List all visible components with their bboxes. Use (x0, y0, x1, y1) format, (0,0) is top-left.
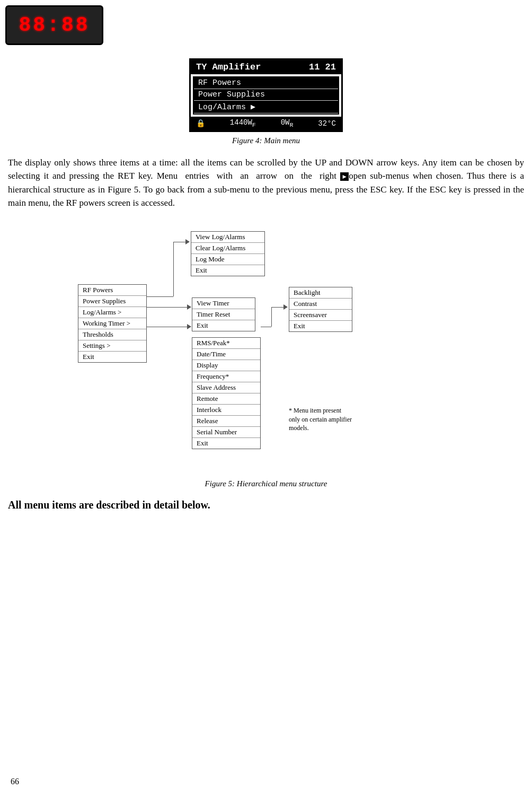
menu-item-rf-powers: RF Powers (194, 77, 338, 89)
arrow-log (185, 239, 190, 244)
log-clear: Clear Log/Alarms (191, 243, 264, 254)
main-menu-settings: Settings > (78, 340, 146, 352)
lock-icon: 🔒 (196, 119, 205, 128)
main-content: TY Amplifier 11 21 RF Powers Power Suppl… (5, 53, 527, 519)
all-menu-text: All menu items are described in detail b… (5, 499, 527, 511)
figure4-caption: Figure 4: Main menu (232, 136, 300, 145)
figure5-caption: Figure 5: Hierarchical menu structure (205, 479, 327, 488)
menu-item-log-alarms: Log/Alarms (194, 101, 338, 113)
display-contrast: Contrast (289, 299, 352, 310)
main-menu-working-timer: Working Timer > (78, 318, 146, 329)
settings-remote: Remote (192, 393, 260, 405)
main-menu-thresholds: Thresholds (78, 329, 146, 340)
body-text: The display only shows three items at a … (5, 156, 527, 210)
figure5-container: RF Powers Power Supplies Log/Alarms > Wo… (5, 221, 527, 488)
footer-watts-r: 0WR (281, 118, 294, 129)
display-screensaver: Screensaver (289, 310, 352, 321)
main-menu-rf-powers: RF Powers (78, 285, 146, 296)
settings-datetime: Date/Time (192, 349, 260, 360)
connector-main-timer-h (147, 307, 191, 308)
main-menu-exit: Exit (78, 352, 146, 362)
log-alarms-menu-box: View Log/Alarms Clear Log/Alarms Log Mod… (191, 231, 265, 276)
connector-main-settings-h (147, 327, 191, 327)
settings-interlock: Interlock (192, 405, 260, 416)
timer-reset: Timer Reset (192, 309, 255, 320)
settings-release: Release (192, 416, 260, 427)
menu-header-left: TY Amplifier (196, 62, 261, 72)
menu-header-right: 11 21 (309, 62, 336, 72)
connector-main-log-h (147, 296, 173, 297)
display-backlight: Backlight (289, 287, 352, 299)
settings-menu-box: RMS/Peak* Date/Time Display Frequency* S… (192, 337, 261, 449)
log-view: View Log/Alarms (191, 232, 264, 243)
arrow-settings (187, 324, 191, 329)
main-menu-power-supplies: Power Supplies (78, 296, 146, 307)
menu-note: * Menu item presentonly on certain ampli… (289, 406, 352, 433)
connector-settings-display-v (271, 307, 272, 327)
menu-body: RF Powers Power Supplies Log/Alarms (193, 76, 339, 115)
main-menu-box: RF Powers Power Supplies Log/Alarms > Wo… (78, 284, 147, 363)
menu-item-power-supplies: Power Supplies (194, 89, 338, 101)
lcd-digits: 88:88 (19, 14, 90, 37)
display-menu-box: Backlight Contrast Screensaver Exit (289, 287, 352, 332)
footer-temp: 32°C (318, 119, 336, 128)
settings-serial: Serial Number (192, 427, 260, 438)
settings-slave: Slave Address (192, 382, 260, 393)
figure4-container: TY Amplifier 11 21 RF Powers Power Suppl… (5, 58, 527, 145)
settings-exit: Exit (192, 438, 260, 449)
arrow-timer (187, 304, 191, 310)
menu-footer: 🔒 1440WF 0WR 32°C (191, 117, 341, 130)
display-exit: Exit (289, 321, 352, 331)
arrow-symbol: ► (340, 172, 349, 181)
timer-menu-box: View Timer Timer Reset Exit (192, 297, 255, 331)
hierarchy-diagram: RF Powers Power Supplies Log/Alarms > Wo… (67, 221, 465, 475)
log-exit: Exit (191, 265, 264, 276)
settings-display: Display (192, 360, 260, 371)
connector-settings-display-h (261, 327, 271, 327)
settings-frequency: Frequency* (192, 371, 260, 382)
menu-header: TY Amplifier 11 21 (191, 60, 341, 74)
timer-exit: Exit (192, 320, 255, 331)
main-menu-log-alarms: Log/Alarms > (78, 307, 146, 318)
log-mode: Log Mode (191, 254, 264, 265)
menu-display: TY Amplifier 11 21 RF Powers Power Suppl… (189, 58, 343, 132)
page-number: 66 (11, 777, 19, 786)
settings-rms: RMS/Peak* (192, 338, 260, 349)
timer-view: View Timer (192, 298, 255, 309)
lcd-display: 88:88 (5, 5, 103, 45)
connector-main-log-v (173, 242, 174, 296)
arrow-display (283, 304, 288, 310)
footer-watts-f: 1440WF (230, 118, 256, 129)
